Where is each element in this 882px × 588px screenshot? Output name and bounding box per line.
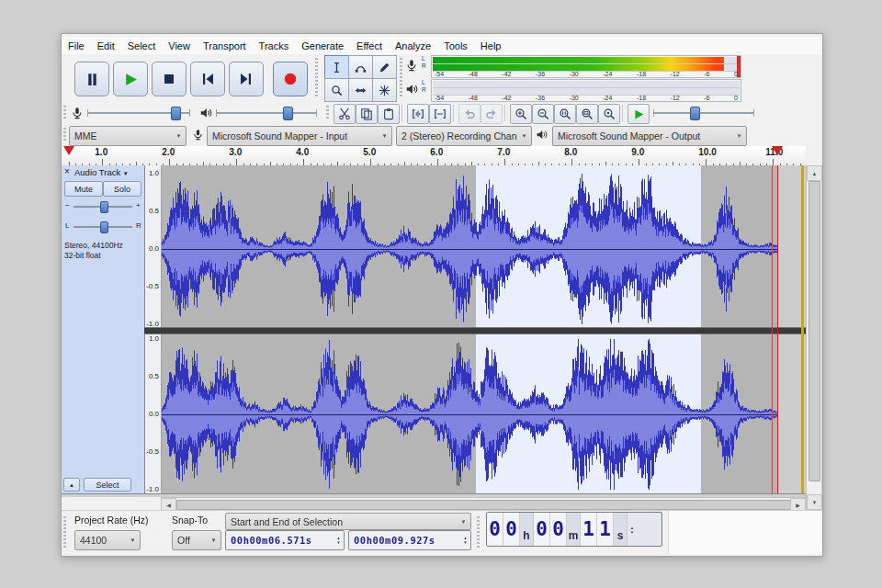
desktop-background: FileEditSelectViewTransportTracksGenerat… [0,0,882,588]
track-select-button[interactable]: Select [84,478,131,492]
multi-tool-button[interactable] [372,78,397,102]
copy-button[interactable] [356,104,378,124]
playback-meter[interactable]: LR -54-48-42-36-30-24-18-12-60 [405,79,741,102]
redo-button[interactable] [481,104,503,124]
selection-start-field[interactable]: 00h00m06.571s ▲▼ [225,530,345,550]
meter-scale-value: -30 [570,71,579,77]
playback-meter-bars[interactable]: -54-48-42-36-30-24-18-12-60 [431,79,741,102]
vertical-scroll-thumb[interactable] [808,181,820,481]
audio-host-dropdown[interactable]: MME ▼ [69,126,187,146]
menu-effect[interactable]: Effect [350,39,389,53]
pause-button[interactable] [74,62,109,96]
spinner-arrows[interactable]: ▲▼ [334,532,343,548]
meter-scale-value: -30 [570,95,579,101]
recording-meter[interactable]: LR -54-48-42-36-30-24-18-12-60 [405,55,741,78]
position-digit[interactable]: 0 [487,513,503,546]
solo-button[interactable]: Solo [103,181,141,197]
ruler-tick [639,159,639,165]
trim-audio-button[interactable] [407,104,429,124]
selection-mode-dropdown[interactable]: Start and End of Selection ▼ [225,513,471,530]
collapse-track-button[interactable]: ▲ [63,478,80,492]
fit-project-button[interactable] [576,104,598,124]
position-digit[interactable]: 1 [597,513,614,546]
play-speed-slider[interactable] [653,107,754,119]
menu-tracks[interactable]: Tracks [253,39,296,53]
playback-volume-slider[interactable] [216,107,317,119]
stop-button[interactable] [152,62,187,96]
menu-generate[interactable]: Generate [295,39,350,53]
selection-toolbar: Project Rate (Hz) 44100 ▼ Snap-To Off ▼ … [62,510,822,555]
menu-file[interactable]: File [62,39,91,53]
zoom-toggle-button[interactable] [598,104,620,124]
position-digit[interactable]: 0 [550,513,567,546]
vertical-scrollbar[interactable]: ▲ ▼ [806,165,821,510]
toolbar-grip[interactable] [63,106,66,120]
draw-tool-button[interactable] [372,55,397,79]
timeline-ruler[interactable]: 1.02.03.04.05.06.07.08.09.010.011.0 [62,146,806,166]
toolbar-grip[interactable] [477,516,480,549]
playback-device-dropdown[interactable]: Microsoft Sound Mapper - Output ▼ [552,126,747,146]
menu-analyze[interactable]: Analyze [389,39,437,53]
gain-slider[interactable] [74,202,132,211]
meter-channel-labels: LR [422,55,429,70]
selection-tool-button[interactable] [324,55,349,79]
scroll-up-arrow[interactable]: ▲ [807,165,822,181]
paste-button[interactable] [378,104,400,124]
channel-separator[interactable] [144,327,806,334]
toolbar-grip[interactable] [326,106,329,120]
horizontal-scrollbar[interactable]: ◀ ▶ [161,497,806,511]
position-digit[interactable]: 1 [581,513,597,546]
track-title[interactable]: Audio Track ▼ [74,167,129,177]
track-control-panel[interactable]: × Audio Track ▼ Mute Solo − + L R Stereo… [62,165,145,494]
menu-view[interactable]: View [162,39,197,53]
recording-volume-slider[interactable] [87,107,190,119]
pan-slider[interactable] [74,222,132,232]
toolbar-grip[interactable] [400,58,402,98]
undo-button[interactable] [458,104,481,124]
record-button[interactable] [273,62,308,96]
vertical-scale-label: -0.5 [146,282,159,290]
zoom-in-button[interactable] [510,104,532,124]
horizontal-scroll-thumb[interactable] [176,500,792,510]
silence-audio-button[interactable] [429,104,451,124]
toolbar-grip[interactable] [63,516,66,549]
fit-selection-button[interactable] [554,104,576,124]
gain-minus-label: − [65,201,70,209]
menu-help[interactable]: Help [474,39,508,53]
play-at-speed-button[interactable] [628,104,650,124]
selection-end-field[interactable]: 00h00m09.927s ▲▼ [348,530,471,550]
pinned-playhead-marker[interactable] [63,146,74,155]
spinner-arrows[interactable]: ▲▼ [627,514,638,547]
recording-meter-bars[interactable]: -54-48-42-36-30-24-18-12-60 [431,55,741,78]
track-close-button[interactable]: × [64,166,70,176]
recording-channels-dropdown[interactable]: 2 (Stereo) Recording Chann ▼ [396,126,532,146]
menu-select[interactable]: Select [121,39,163,53]
selection-start-value: 00h00m06.571s [231,535,312,546]
vertical-scale-label: 0.0 [149,244,159,253]
zoom-tool-button[interactable] [324,78,349,102]
spinner-arrows[interactable]: ▲▼ [461,532,469,548]
track-format-line1: Stereo, 44100Hz [64,241,123,250]
zoom-out-button[interactable] [532,104,554,124]
menu-edit[interactable]: Edit [91,39,121,53]
play-button[interactable] [113,62,148,96]
toolbar-grip[interactable] [63,128,66,142]
recording-channels-value: 2 (Stereo) Recording Chann [401,130,517,141]
toolbar-grip[interactable] [315,58,318,98]
cut-button[interactable] [334,104,356,124]
audio-position-display[interactable]: 00h00m11s▲▼ [486,512,662,547]
skip-to-start-button[interactable] [190,62,225,96]
position-digit[interactable]: 0 [534,513,550,546]
time-shift-tool-button[interactable] [348,78,373,102]
project-rate-dropdown[interactable]: 44100 ▼ [74,530,141,550]
menu-tools[interactable]: Tools [437,39,474,53]
envelope-tool-button[interactable] [348,55,373,79]
playhead-marker[interactable] [772,146,783,155]
skip-to-end-button[interactable] [229,62,264,96]
mute-button[interactable]: Mute [64,181,103,197]
menu-transport[interactable]: Transport [197,39,253,53]
position-digit[interactable]: 0 [503,513,520,546]
scroll-down-arrow[interactable]: ▼ [807,494,822,510]
snap-to-dropdown[interactable]: Off ▼ [172,530,221,550]
recording-device-dropdown[interactable]: Microsoft Sound Mapper - Input ▼ [207,126,392,146]
